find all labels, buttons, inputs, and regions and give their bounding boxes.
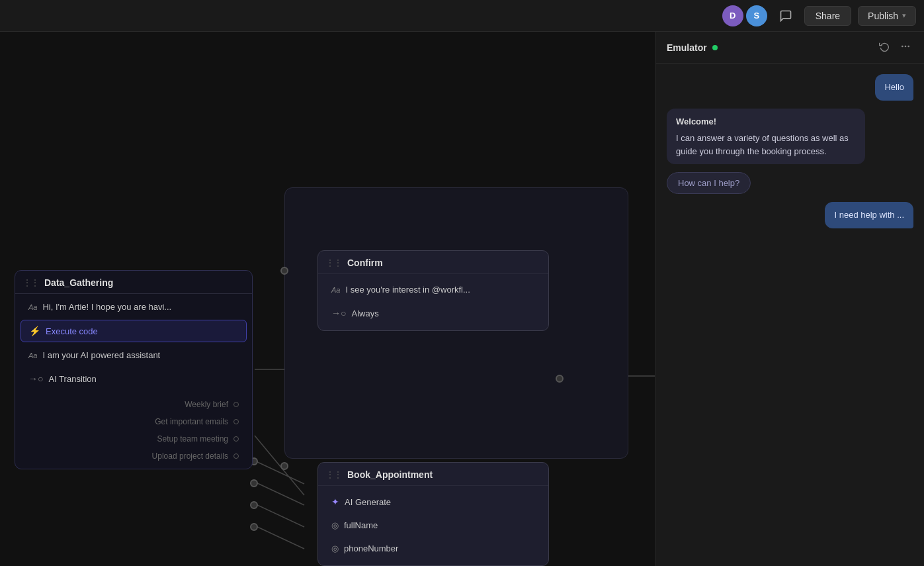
msg-row-welcome: Welcome! I can answer a variety of quest… <box>667 109 913 165</box>
node-data-gathering-header: ⋮⋮ Data_Gathering <box>15 271 252 294</box>
list-item-1[interactable]: Weekly brief <box>23 397 244 412</box>
node-item-hi[interactable]: Aa Hi, I'm Artie! I hope you are havi... <box>21 297 247 317</box>
online-indicator <box>712 45 718 50</box>
node-data-gathering[interactable]: ⋮⋮ Data_Gathering Aa Hi, I'm Artie! I ho… <box>15 270 253 469</box>
conn-dot-1 <box>280 267 288 275</box>
node-book-appointment[interactable]: ⋮⋮ Book_Appointment ✦ AI Generate ◎ full… <box>317 462 549 566</box>
svg-point-7 <box>902 45 903 47</box>
arrow-icon-confirm: →○ <box>331 308 346 318</box>
text-icon-1: Aa <box>28 303 37 311</box>
list-item-3[interactable]: Setup team meeting <box>23 432 244 446</box>
text-icon-confirm-1: Aa <box>331 286 340 294</box>
topbar: D S Share Publish ▾ <box>0 0 924 32</box>
node-confirm[interactable]: ⋮⋮ Confirm Aa I see you're interest in @… <box>317 250 549 331</box>
list-dot-2 <box>250 479 258 487</box>
node-bottom-list: Weekly brief Get important emails Setup … <box>15 392 252 469</box>
list-item-4[interactable]: Upload project details <box>23 449 244 463</box>
node-item-ai-assistant[interactable]: Aa I am your AI powered assistant <box>21 345 247 365</box>
msg-row-hello: Hello <box>667 74 913 101</box>
avatar-s: S <box>746 5 767 26</box>
phone-icon: ◎ <box>331 543 339 553</box>
more-options-button[interactable] <box>898 38 913 57</box>
drag-handle-icon: ⋮⋮ <box>23 278 39 287</box>
canvas[interactable]: ⋮⋮ Data_Gathering Aa Hi, I'm Artie! I ho… <box>0 32 655 566</box>
avatar-group: D S <box>722 5 767 26</box>
list-item-2[interactable]: Get important emails <box>23 414 244 429</box>
node-item-ai-transition[interactable]: →○ AI Transition <box>21 368 247 389</box>
list-dot-icon-4 <box>233 453 239 459</box>
list-dot-icon-3 <box>233 436 239 442</box>
msg-i-need: I need help with ... <box>825 202 913 228</box>
list-dot-icon-2 <box>233 419 239 424</box>
emulator-actions <box>876 38 913 57</box>
drag-handle-confirm-icon: ⋮⋮ <box>326 258 342 267</box>
share-button[interactable]: Share <box>804 6 851 26</box>
main-area: ⋮⋮ Data_Gathering Aa Hi, I'm Artie! I ho… <box>0 32 924 566</box>
msg-welcome-title: Welcome! <box>676 115 856 128</box>
emulator-title: Emulator <box>667 42 707 53</box>
svg-line-3 <box>255 482 304 505</box>
msg-welcome: Welcome! I can answer a variety of quest… <box>667 109 865 165</box>
svg-point-9 <box>907 45 909 47</box>
node-book-item1[interactable]: ✦ AI Generate <box>323 491 543 512</box>
node-data-gathering-title: Data_Gathering <box>44 277 113 288</box>
text-icon-2: Aa <box>28 352 37 359</box>
quick-reply-how[interactable]: How can I help? <box>667 172 751 194</box>
conn-dot-3 <box>556 375 564 383</box>
msg-row-how: How can I help? <box>667 172 913 194</box>
user-icon: ◎ <box>331 520 339 530</box>
svg-line-5 <box>255 526 304 549</box>
conn-dot-2 <box>280 462 288 470</box>
node-book-item2[interactable]: ◎ fullName <box>323 515 543 536</box>
node-item-execute-code[interactable]: ⚡ Execute code <box>21 320 247 342</box>
list-dot-icon-1 <box>233 402 239 407</box>
node-book-item3[interactable]: ◎ phoneNumber <box>323 538 543 559</box>
publish-button[interactable]: Publish ▾ <box>858 6 916 26</box>
svg-line-2 <box>255 461 304 484</box>
list-dot-4 <box>250 523 258 531</box>
chevron-down-icon: ▾ <box>902 11 906 20</box>
node-confirm-item2[interactable]: →○ Always <box>323 303 543 324</box>
right-panel: Emulator Hello <box>655 32 924 566</box>
sparkle-icon: ✦ <box>331 496 339 507</box>
node-confirm-title: Confirm <box>347 258 383 268</box>
svg-point-8 <box>905 45 907 47</box>
chat-area[interactable]: Hello Welcome! I can answer a variety of… <box>656 64 924 566</box>
node-book-header: ⋮⋮ Book_Appointment <box>318 463 548 486</box>
node-confirm-item1[interactable]: Aa I see you're interest in @workfl... <box>323 279 543 300</box>
msg-welcome-body: I can answer a variety of questions as w… <box>676 132 856 158</box>
drag-handle-book-icon: ⋮⋮ <box>326 470 342 479</box>
node-book-title: Book_Appointment <box>347 469 433 480</box>
avatar-d: D <box>722 5 743 26</box>
list-dot-3 <box>250 501 258 509</box>
arrow-icon: →○ <box>28 373 43 384</box>
comment-button[interactable] <box>774 4 798 28</box>
svg-line-4 <box>255 504 304 527</box>
node-confirm-header: ⋮⋮ Confirm <box>318 251 548 274</box>
refresh-button[interactable] <box>876 38 892 57</box>
emulator-header: Emulator <box>656 32 924 64</box>
bolt-icon: ⚡ <box>29 326 40 336</box>
msg-hello: Hello <box>875 74 913 101</box>
emulator-title-row: Emulator <box>667 42 718 53</box>
msg-row-i-need: I need help with ... <box>667 202 913 228</box>
